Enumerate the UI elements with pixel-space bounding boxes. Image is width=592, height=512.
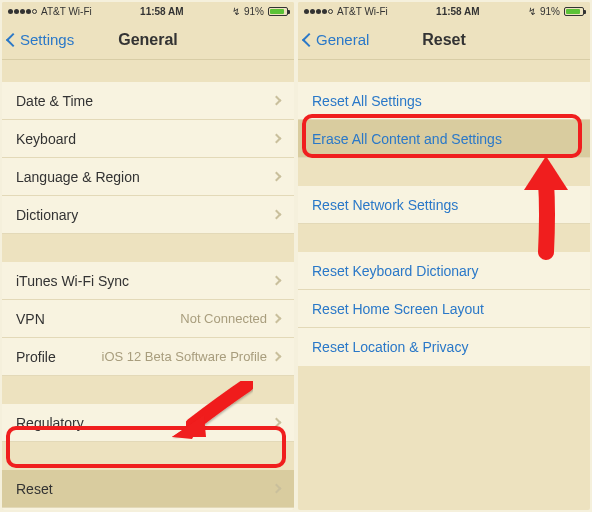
row-value: Not Connected [180,311,267,326]
row-label: Profile [16,349,102,365]
row-keyboard[interactable]: Keyboard [2,120,294,158]
row-reset-network-settings[interactable]: Reset Network Settings [298,186,590,224]
carrier-label: AT&T Wi-Fi [337,6,388,17]
clock: 11:58 AM [140,6,184,17]
screen-general: AT&T Wi-Fi 11:58 AM ↯ 91% Settings Gener… [2,2,294,510]
chevron-right-icon [272,276,282,286]
chevron-left-icon [6,32,20,46]
chevron-right-icon [272,314,282,324]
row-language-region[interactable]: Language & Region [2,158,294,196]
status-bar: AT&T Wi-Fi 11:58 AM ↯ 91% [298,2,590,20]
screen-reset: AT&T Wi-Fi 11:58 AM ↯ 91% General Reset … [298,2,590,510]
chevron-right-icon [272,484,282,494]
back-button[interactable]: General [304,31,369,48]
row-erase-all-content[interactable]: Erase All Content and Settings [298,120,590,158]
row-vpn[interactable]: VPN Not Connected [2,300,294,338]
row-reset-keyboard-dictionary[interactable]: Reset Keyboard Dictionary [298,252,590,290]
clock: 11:58 AM [436,6,480,17]
row-value: iOS 12 Beta Software Profile [102,349,267,364]
row-label: Reset Keyboard Dictionary [312,263,576,279]
battery-pct: 91% [540,6,560,17]
battery-icon [564,7,584,16]
chevron-right-icon [272,210,282,220]
row-label: Keyboard [16,131,273,147]
row-label: Reset Network Settings [312,197,576,213]
settings-list[interactable]: Date & Time Keyboard Language & Region D… [2,60,294,510]
row-reset[interactable]: Reset [2,470,294,508]
battery-icon [268,7,288,16]
chevron-right-icon [272,172,282,182]
row-label: Reset Home Screen Layout [312,301,576,317]
row-regulatory[interactable]: Regulatory [2,404,294,442]
back-button[interactable]: Settings [8,31,74,48]
nav-bar: Settings General [2,20,294,60]
row-label: Language & Region [16,169,273,185]
carrier-label: AT&T Wi-Fi [41,6,92,17]
chevron-right-icon [272,352,282,362]
row-label: Reset [16,481,273,497]
status-bar: AT&T Wi-Fi 11:58 AM ↯ 91% [2,2,294,20]
battery-pct: 91% [244,6,264,17]
bolt-icon: ↯ [528,6,536,17]
row-label: iTunes Wi-Fi Sync [16,273,273,289]
row-date-time[interactable]: Date & Time [2,82,294,120]
row-label: Dictionary [16,207,273,223]
row-label: Date & Time [16,93,273,109]
signal-icon [8,9,37,14]
reset-list[interactable]: Reset All Settings Erase All Content and… [298,60,590,510]
nav-bar: General Reset [298,20,590,60]
page-title: General [118,31,178,49]
row-label: Reset All Settings [312,93,576,109]
row-label: Regulatory [16,415,273,431]
chevron-right-icon [272,134,282,144]
chevron-left-icon [302,32,316,46]
row-profile[interactable]: Profile iOS 12 Beta Software Profile [2,338,294,376]
row-reset-all-settings[interactable]: Reset All Settings [298,82,590,120]
signal-icon [304,9,333,14]
row-shut-down[interactable]: Shut Down [2,508,294,510]
row-reset-location-privacy[interactable]: Reset Location & Privacy [298,328,590,366]
back-label: Settings [20,31,74,48]
bolt-icon: ↯ [232,6,240,17]
row-reset-home-screen[interactable]: Reset Home Screen Layout [298,290,590,328]
row-label: Reset Location & Privacy [312,339,576,355]
back-label: General [316,31,369,48]
row-label: VPN [16,311,180,327]
chevron-right-icon [272,96,282,106]
row-label: Erase All Content and Settings [312,131,576,147]
row-dictionary[interactable]: Dictionary [2,196,294,234]
page-title: Reset [422,31,466,49]
row-itunes-wifi-sync[interactable]: iTunes Wi-Fi Sync [2,262,294,300]
chevron-right-icon [272,418,282,428]
